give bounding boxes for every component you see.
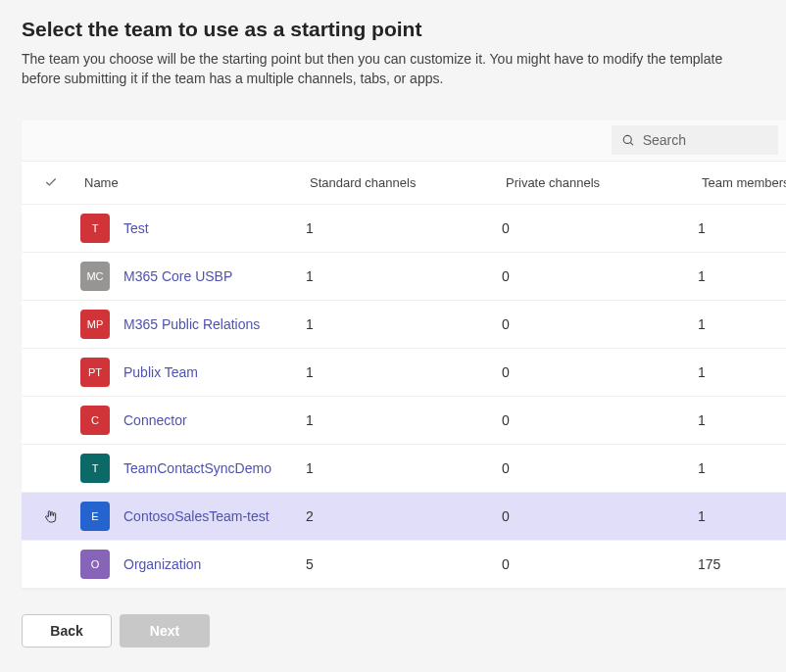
team-name-link[interactable]: M365 Core USBP bbox=[123, 268, 232, 284]
column-name[interactable]: Name bbox=[80, 175, 306, 190]
page-subtitle: The team you choose will be the starting… bbox=[22, 49, 764, 89]
page-title: Select the team to use as a starting poi… bbox=[22, 18, 764, 41]
table-row[interactable]: EContosoSalesTeam-test201 bbox=[22, 493, 786, 541]
cell-name: EContosoSalesTeam-test bbox=[80, 502, 306, 531]
team-name-link[interactable]: Connector bbox=[123, 412, 187, 428]
svg-line-1 bbox=[630, 143, 632, 145]
cell-standard-channels: 1 bbox=[306, 220, 502, 236]
cell-name: OOrganization bbox=[80, 550, 306, 579]
cell-team-members: 175 bbox=[698, 556, 786, 572]
next-button[interactable]: Next bbox=[120, 614, 210, 648]
cell-name: MPM365 Public Relations bbox=[80, 310, 306, 339]
table-header: Name Standard channels Private channels … bbox=[22, 162, 786, 205]
avatar: MP bbox=[80, 310, 110, 339]
cell-standard-channels: 2 bbox=[306, 508, 502, 524]
table-row[interactable]: TTest101 bbox=[22, 205, 786, 253]
team-name-link[interactable]: M365 Public Relations bbox=[123, 316, 260, 332]
cell-name: TTeamContactSyncDemo bbox=[80, 454, 306, 483]
avatar: MC bbox=[80, 262, 110, 291]
cell-private-channels: 0 bbox=[502, 460, 698, 476]
team-name-link[interactable]: TeamContactSyncDemo bbox=[123, 460, 271, 476]
avatar: C bbox=[80, 406, 110, 435]
cell-private-channels: 0 bbox=[502, 364, 698, 380]
cell-team-members: 1 bbox=[698, 412, 786, 428]
column-team-members[interactable]: Team members bbox=[698, 175, 786, 190]
svg-point-0 bbox=[623, 136, 631, 144]
cell-name: MCM365 Core USBP bbox=[80, 262, 306, 291]
cell-team-members: 1 bbox=[698, 220, 786, 236]
column-private-channels[interactable]: Private channels bbox=[502, 175, 698, 190]
cell-team-members: 1 bbox=[698, 316, 786, 332]
cell-name: TTest bbox=[80, 214, 306, 243]
avatar: PT bbox=[80, 358, 110, 387]
cursor-hand-icon bbox=[22, 508, 80, 524]
team-name-link[interactable]: Organization bbox=[123, 556, 201, 572]
cell-team-members: 1 bbox=[698, 508, 786, 524]
cell-team-members: 1 bbox=[698, 364, 786, 380]
cell-private-channels: 0 bbox=[502, 268, 698, 284]
cell-standard-channels: 5 bbox=[306, 556, 502, 572]
table-row[interactable]: OOrganization50175 bbox=[22, 541, 786, 589]
footer: Back Next bbox=[0, 589, 786, 672]
table-row[interactable]: MPM365 Public Relations101 bbox=[22, 301, 786, 349]
table-row[interactable]: TTeamContactSyncDemo101 bbox=[22, 445, 786, 493]
avatar: T bbox=[80, 214, 110, 243]
table-row[interactable]: CConnector101 bbox=[22, 397, 786, 445]
search-box[interactable] bbox=[612, 125, 778, 155]
toolbar bbox=[22, 120, 786, 162]
cell-name: CConnector bbox=[80, 406, 306, 435]
cell-standard-channels: 1 bbox=[306, 364, 502, 380]
team-name-link[interactable]: Test bbox=[123, 220, 149, 236]
cell-standard-channels: 1 bbox=[306, 460, 502, 476]
teams-panel: Name Standard channels Private channels … bbox=[22, 120, 786, 589]
cell-team-members: 1 bbox=[698, 460, 786, 476]
cell-private-channels: 0 bbox=[502, 508, 698, 524]
column-standard-channels[interactable]: Standard channels bbox=[306, 175, 502, 190]
cell-private-channels: 0 bbox=[502, 316, 698, 332]
table-row[interactable]: PTPublix Team101 bbox=[22, 349, 786, 397]
team-name-link[interactable]: Publix Team bbox=[123, 364, 198, 380]
cell-standard-channels: 1 bbox=[306, 268, 502, 284]
cell-standard-channels: 1 bbox=[306, 316, 502, 332]
cell-standard-channels: 1 bbox=[306, 412, 502, 428]
cell-team-members: 1 bbox=[698, 268, 786, 284]
back-button[interactable]: Back bbox=[22, 614, 112, 648]
search-input[interactable] bbox=[643, 132, 768, 148]
cell-name: PTPublix Team bbox=[80, 358, 306, 387]
table-row[interactable]: MCM365 Core USBP101 bbox=[22, 253, 786, 301]
cell-private-channels: 0 bbox=[502, 220, 698, 236]
avatar: T bbox=[80, 454, 110, 483]
avatar: O bbox=[80, 550, 110, 579]
search-icon bbox=[621, 132, 635, 148]
avatar: E bbox=[80, 502, 110, 531]
cell-private-channels: 0 bbox=[502, 412, 698, 428]
team-name-link[interactable]: ContosoSalesTeam-test bbox=[123, 508, 270, 524]
cell-private-channels: 0 bbox=[502, 556, 698, 572]
select-all-checkbox[interactable] bbox=[22, 175, 80, 189]
